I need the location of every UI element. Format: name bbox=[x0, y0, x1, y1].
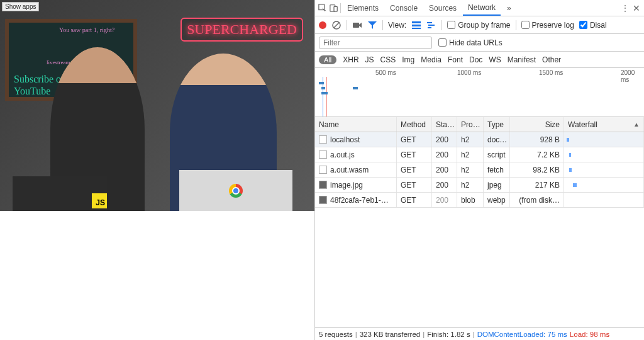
col-name[interactable]: Name bbox=[315, 117, 397, 132]
cell-name: 48f2cafa-7eb1-… bbox=[330, 196, 389, 205]
type-media[interactable]: Media bbox=[421, 55, 441, 64]
timeline-tick: 1500 ms bbox=[539, 69, 563, 76]
cell-status: 200 bbox=[432, 178, 457, 192]
cell-name: a.out.js bbox=[330, 150, 355, 159]
col-type[interactable]: Type bbox=[484, 117, 510, 132]
table-row[interactable]: a.out.jsGET200h2script7.2 KB bbox=[315, 147, 644, 162]
col-method[interactable]: Method bbox=[397, 117, 432, 132]
type-js[interactable]: JS bbox=[365, 55, 374, 64]
svg-rect-11 bbox=[412, 28, 421, 29]
clear-icon[interactable] bbox=[331, 20, 341, 30]
overview-icon[interactable] bbox=[426, 20, 436, 30]
type-manifest[interactable]: Manifest bbox=[508, 55, 536, 64]
svg-rect-12 bbox=[427, 22, 432, 23]
record-button-icon[interactable] bbox=[319, 21, 326, 29]
svg-rect-13 bbox=[428, 25, 435, 26]
network-filterbar: Hide data URLs bbox=[315, 34, 644, 52]
show-apps-button[interactable]: Show apps bbox=[2, 2, 39, 11]
separator bbox=[382, 20, 383, 30]
table-row[interactable]: 48f2cafa-7eb1-…GET200blobwebp(from disk… bbox=[315, 193, 644, 208]
disable-cache-label: Disal bbox=[590, 21, 607, 30]
svg-rect-10 bbox=[412, 25, 421, 26]
cell-protocol: h2 bbox=[457, 162, 484, 177]
timeline-bar bbox=[353, 87, 358, 89]
preserve-log-checkbox[interactable]: Preserve log bbox=[521, 21, 574, 30]
cell-waterfall bbox=[564, 162, 644, 177]
table-row[interactable]: image.jpgGET200h2jpeg217 KB bbox=[315, 178, 644, 193]
type-ws[interactable]: WS bbox=[489, 55, 501, 64]
separator bbox=[516, 20, 516, 30]
status-load: Load: 98 ms bbox=[570, 331, 609, 338]
cell-protocol: blob bbox=[457, 193, 484, 207]
chrome-logo-icon bbox=[229, 184, 243, 198]
cell-method: GET bbox=[397, 147, 432, 162]
cell-waterfall bbox=[564, 147, 644, 162]
video-thumbnail: Show apps You saw part 1, right? livestr… bbox=[0, 0, 314, 211]
timeline-tick: 500 ms bbox=[375, 69, 396, 76]
cell-waterfall bbox=[564, 193, 644, 207]
svg-rect-5 bbox=[334, 6, 337, 11]
cell-status: 200 bbox=[432, 193, 457, 207]
camera-icon[interactable] bbox=[352, 20, 362, 30]
large-rows-icon[interactable] bbox=[411, 20, 421, 30]
type-font[interactable]: Font bbox=[448, 55, 463, 64]
timeline-bar bbox=[321, 92, 328, 94]
device-toggle-icon[interactable] bbox=[329, 3, 339, 13]
col-status[interactable]: Sta… bbox=[432, 117, 457, 132]
tab-network[interactable]: Network bbox=[463, 1, 501, 16]
cell-status: 200 bbox=[432, 147, 457, 162]
cell-method: GET bbox=[397, 132, 432, 147]
cell-size: 7.2 KB bbox=[510, 147, 564, 162]
cell-protocol: h2 bbox=[457, 178, 484, 192]
image-file-icon bbox=[319, 181, 327, 189]
network-toolbar: View: Group by frame Preserve log Disal bbox=[315, 16, 644, 34]
cell-type: webp bbox=[484, 193, 510, 207]
table-header: Name Method Sta… Pro… Type Size Waterfal… bbox=[315, 117, 644, 132]
disable-cache-checkbox[interactable]: Disal bbox=[579, 21, 607, 30]
separator bbox=[340, 3, 341, 13]
tab-elements[interactable]: Elements bbox=[342, 1, 384, 15]
cell-waterfall bbox=[564, 178, 644, 192]
svg-rect-8 bbox=[353, 23, 359, 28]
content-pane: Show apps You saw part 1, right? livestr… bbox=[0, 0, 314, 340]
type-xhr[interactable]: XHR bbox=[343, 55, 358, 64]
table-row[interactable]: localhostGET200h2doc…928 B bbox=[315, 132, 644, 147]
filter-input[interactable] bbox=[319, 37, 432, 49]
col-size[interactable]: Size bbox=[510, 117, 564, 132]
group-by-frame-label: Group by frame bbox=[458, 21, 510, 30]
network-statusbar: 5 requests | 323 KB transferred | Finish… bbox=[315, 327, 644, 340]
svg-rect-9 bbox=[412, 21, 421, 23]
cell-method: GET bbox=[397, 178, 432, 192]
sort-asc-icon: ▲ bbox=[633, 121, 640, 128]
document-file-icon bbox=[319, 135, 327, 144]
separator bbox=[347, 20, 347, 30]
type-all[interactable]: All bbox=[319, 55, 336, 64]
type-doc[interactable]: Doc bbox=[469, 55, 482, 64]
laptop-right bbox=[179, 170, 292, 211]
col-protocol[interactable]: Pro… bbox=[457, 117, 484, 132]
network-timeline[interactable]: 500 ms 1000 ms 1500 ms 2000 ms bbox=[315, 68, 644, 117]
group-by-frame-checkbox[interactable]: Group by frame bbox=[447, 21, 510, 30]
timeline-tick: 1000 ms bbox=[457, 69, 481, 76]
svg-rect-14 bbox=[428, 27, 431, 28]
type-other[interactable]: Other bbox=[542, 55, 561, 64]
tab-more[interactable]: » bbox=[502, 1, 516, 15]
close-icon[interactable]: ✕ bbox=[631, 3, 641, 13]
preserve-log-label: Preserve log bbox=[532, 21, 574, 30]
col-waterfall[interactable]: Waterfall▲ bbox=[564, 117, 644, 132]
tab-console[interactable]: Console bbox=[385, 1, 423, 15]
filter-icon[interactable] bbox=[367, 20, 377, 30]
view-label: View: bbox=[388, 21, 406, 30]
inspect-element-icon[interactable] bbox=[318, 3, 328, 13]
timeline-bar bbox=[321, 87, 325, 89]
type-css[interactable]: CSS bbox=[380, 55, 396, 64]
timeline-load-marker bbox=[326, 77, 327, 116]
kebab-menu-icon[interactable]: ⋮ bbox=[620, 3, 630, 13]
table-row[interactable]: a.out.wasmGET200h2fetch98.2 KB bbox=[315, 162, 644, 178]
status-transferred: 323 KB transferred bbox=[360, 331, 421, 338]
cell-type: doc… bbox=[484, 132, 510, 147]
type-img[interactable]: Img bbox=[402, 55, 414, 64]
tab-sources[interactable]: Sources bbox=[424, 1, 462, 15]
hide-data-urls-checkbox[interactable]: Hide data URLs bbox=[438, 38, 502, 47]
timeline-bar bbox=[319, 82, 324, 84]
